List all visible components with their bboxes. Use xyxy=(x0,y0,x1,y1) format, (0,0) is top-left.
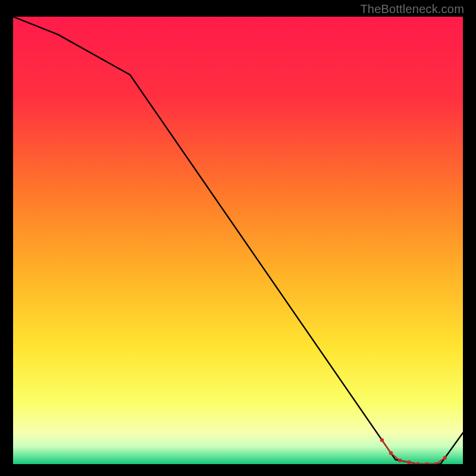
marker-dot xyxy=(389,451,393,455)
marker-dot xyxy=(380,438,384,441)
marker-dot xyxy=(407,461,411,464)
marker-dot xyxy=(443,456,447,459)
chart-stage: TheBottleneck.com xyxy=(0,0,476,476)
chart-svg xyxy=(13,17,463,464)
heatmap-background xyxy=(13,17,463,464)
chart-plot xyxy=(13,17,463,464)
marker-dot xyxy=(398,459,402,462)
watermark-label: TheBottleneck.com xyxy=(360,2,464,16)
